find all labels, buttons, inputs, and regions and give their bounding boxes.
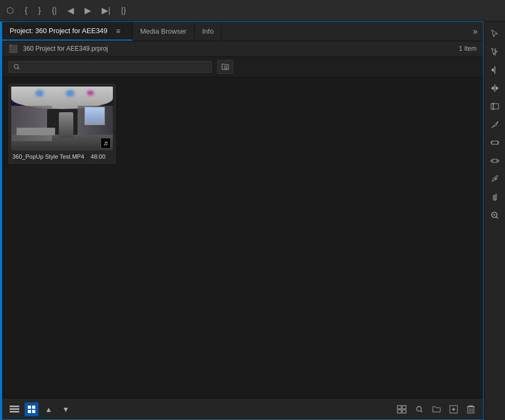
grid-view-icon (27, 405, 36, 414)
svg-rect-9 (28, 410, 31, 413)
play-icon[interactable]: ▶ (82, 4, 93, 17)
pen-tool-button[interactable] (487, 171, 503, 187)
svg-line-49 (496, 217, 498, 219)
tab-info-label: Info (202, 27, 214, 35)
slip-tool-icon (490, 138, 500, 147)
zoom-icon (490, 211, 500, 220)
hand-icon (490, 192, 500, 202)
delete-button[interactable] (464, 402, 478, 416)
tab-project-label: Project: 360 Project for AEE349 (10, 27, 108, 35)
item-count-badge: 1 Item (459, 45, 477, 52)
rolling-edit-icon (490, 83, 500, 93)
scene-desk (17, 128, 55, 135)
svg-marker-28 (491, 68, 494, 72)
select-tool-button[interactable] (487, 26, 503, 42)
folder-icon (432, 406, 441, 413)
project-path-name: 360 Project for AEE349.prproj (23, 45, 459, 52)
search-input[interactable] (23, 63, 207, 71)
search-button[interactable] (412, 402, 426, 416)
delete-icon (467, 405, 475, 414)
go-in-icon[interactable]: {| (50, 5, 59, 17)
freeform-view-button[interactable] (395, 402, 409, 416)
tab-project[interactable]: Project: 360 Project for AEE349 ≡ (2, 22, 133, 41)
folder-search-icon (221, 63, 229, 71)
media-filename-label: 360_PopUp Style Test.MP4 48:00 (11, 151, 113, 161)
svg-line-1 (18, 68, 19, 69)
path-folder-icon: ⬛ (9, 44, 18, 53)
pen-icon (490, 174, 500, 184)
slip-tool-button[interactable] (487, 135, 503, 151)
tab-media-browser-label: Media Browser (140, 27, 187, 35)
sort-up-button[interactable]: ▲ (42, 402, 56, 416)
content-area: ♬ 360_PopUp Style Test.MP4 48:00 (2, 77, 483, 398)
slide-tool-icon (490, 156, 500, 166)
panel-area: Project: 360 Project for AEE349 ≡ Media … (2, 21, 484, 420)
svg-rect-4 (10, 406, 19, 407)
search-icon (13, 64, 20, 70)
track-select-tool-button[interactable] (487, 44, 503, 60)
step-forward-icon[interactable]: ▶| (100, 4, 112, 17)
tab-expand-button[interactable]: » (468, 22, 483, 41)
svg-marker-30 (491, 86, 494, 90)
tab-media-browser[interactable]: Media Browser (133, 22, 195, 41)
scene-person (59, 112, 73, 138)
svg-rect-6 (10, 411, 19, 413)
svg-marker-31 (496, 86, 499, 90)
grid-view-button[interactable] (25, 402, 39, 416)
media-thumbnail: ♬ (11, 87, 113, 151)
svg-rect-32 (491, 104, 499, 109)
out-point-icon[interactable]: } (36, 5, 43, 17)
hand-tool-button[interactable] (487, 189, 503, 205)
scene-panorama (11, 87, 113, 151)
svg-point-47 (494, 178, 496, 180)
slide-tool-button[interactable] (487, 153, 503, 169)
svg-point-2 (224, 66, 227, 69)
main-layout: Project: 360 Project for AEE349 ≡ Media … (0, 21, 505, 420)
search-input-wrap[interactable] (9, 61, 212, 73)
rate-stretch-tool-button[interactable] (487, 98, 503, 114)
rolling-edit-tool-button[interactable] (487, 80, 503, 96)
new-item-icon (449, 405, 458, 414)
ripple-edit-tool-button[interactable] (487, 62, 503, 78)
svg-rect-13 (397, 410, 401, 413)
freeform-icon (397, 405, 408, 414)
razor-icon (490, 120, 500, 129)
media-item[interactable]: ♬ 360_PopUp Style Test.MP4 48:00 (9, 84, 116, 164)
sort-down-button[interactable]: ▼ (59, 402, 73, 416)
razor-tool-button[interactable] (487, 116, 503, 133)
select-tool-icon (490, 29, 500, 38)
svg-rect-8 (32, 406, 35, 409)
new-item-button[interactable] (447, 402, 461, 416)
zoom-tool-button[interactable] (487, 207, 503, 223)
marker-icon[interactable]: ⬡ (4, 4, 16, 17)
right-tools-panel (484, 21, 505, 420)
tab-menu-button[interactable]: ≡ (112, 27, 125, 35)
svg-line-16 (420, 410, 422, 412)
svg-line-3 (226, 68, 227, 69)
scene-light-1 (37, 92, 42, 95)
track-select-icon (490, 47, 500, 57)
tab-info[interactable]: Info (195, 22, 222, 41)
scene-window (85, 107, 105, 125)
new-bin-button[interactable] (430, 402, 443, 416)
go-out-icon[interactable]: |} (119, 5, 128, 17)
list-view-button[interactable] (7, 402, 21, 416)
step-back-icon[interactable]: ◀ (65, 4, 76, 17)
media-type-badge: ♬ (101, 138, 111, 149)
bottom-toolbar: ▲ ▼ (2, 398, 483, 419)
rate-stretch-icon (490, 102, 500, 111)
media-duration: 48:00 (91, 153, 106, 160)
search-bottom-icon (416, 406, 423, 413)
folder-search-button[interactable] (217, 60, 233, 74)
svg-rect-12 (402, 406, 406, 409)
ripple-edit-icon (490, 65, 500, 75)
media-name: 360_PopUp Style Test.MP4 (12, 153, 84, 160)
search-bar (2, 57, 483, 77)
svg-rect-40 (493, 159, 497, 162)
scene-light-3 (88, 92, 93, 94)
svg-rect-7 (28, 406, 31, 409)
in-point-icon[interactable]: { (22, 5, 29, 17)
tab-bar: Project: 360 Project for AEE349 ≡ Media … (2, 22, 483, 41)
svg-rect-35 (492, 141, 498, 144)
path-bar: ⬛ 360 Project for AEE349.prproj 1 Item (2, 41, 483, 57)
